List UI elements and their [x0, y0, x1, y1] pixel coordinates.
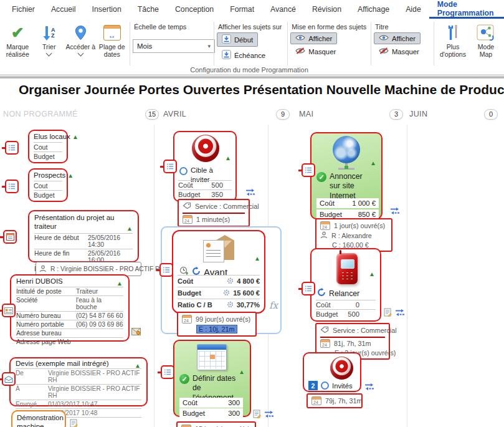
start-icon: [222, 34, 231, 45]
notes-list-icon[interactable]: [5, 180, 19, 193]
formatting-hide-button[interactable]: Masquer: [290, 46, 341, 57]
eye-icon: [295, 34, 305, 42]
notes-list-icon[interactable]: [161, 365, 174, 379]
column-header-non-programme[interactable]: NON PROGRAMMÉ 15: [3, 108, 159, 120]
tab-fichier[interactable]: Fichier: [4, 0, 43, 19]
card-demonstration-machine[interactable]: Démonstration machine: [11, 410, 66, 427]
ribbon: Marque réalisée AZ Trier Accéder à ↔ Pla: [0, 19, 504, 74]
column-header-juin[interactable]: JUIN 0: [409, 108, 498, 120]
expand-up-icon: [72, 133, 78, 140]
annoncer-info-callout: 1 jour(s) ouvré(s) R : Alexandre C : 160…: [315, 218, 392, 252]
column-header-avril[interactable]: AVRIL 9: [163, 108, 290, 120]
column-header-mai[interactable]: MAI 3: [299, 108, 403, 120]
appointment-icon[interactable]: [3, 230, 17, 244]
tab-aide[interactable]: Aide: [397, 0, 429, 19]
card-relancer[interactable]: Relancer Coût0 Budget500: [310, 248, 381, 322]
card-cible-a-inviter[interactable]: Cible à inviter Coût500 Budget350: [173, 131, 237, 202]
workflow-icon[interactable]: [390, 207, 400, 215]
field-value: Virginie BOISSIER - PRO ACTIF RH: [48, 370, 141, 383]
workflow-icon[interactable]: [245, 188, 255, 196]
show-topics-label: Afficher les sujets sur: [218, 23, 283, 31]
notes-list-icon[interactable]: [159, 263, 173, 277]
tab-revision[interactable]: Révision: [304, 0, 349, 19]
mark-done-label: Marque réalisée: [2, 43, 33, 58]
envelope-icon[interactable]: [2, 372, 16, 386]
effort-highlight: E : 10j, 21m: [196, 325, 237, 333]
tab-insertion[interactable]: Insertion: [84, 0, 130, 19]
more-options-button[interactable]: Plus d'options: [437, 21, 469, 58]
mark-done-button[interactable]: Marque réalisée: [2, 21, 33, 58]
tab-conception[interactable]: Conception: [167, 0, 222, 19]
tab-affichage[interactable]: Affichage: [349, 0, 397, 19]
globe-base: [338, 167, 354, 170]
card-title: Démonstration machine: [17, 413, 60, 427]
card-definir-dates[interactable]: Définir dates de l'événement Coût300 Bud…: [173, 340, 251, 417]
notes-list-icon[interactable]: [302, 163, 315, 177]
card-title: Relancer: [329, 289, 359, 298]
card-devis-mail[interactable]: Devis (exemple mail intrégré) DeVirginie…: [9, 357, 148, 406]
tab-avance[interactable]: Avancé: [262, 0, 304, 19]
notes-list-icon[interactable]: [163, 160, 177, 173]
card-title: Invités: [332, 382, 353, 390]
workflow-icon[interactable]: [364, 383, 374, 391]
person-icon: [320, 231, 328, 240]
title-hide-label: Masquer: [392, 48, 419, 55]
note-icon[interactable]: [70, 419, 78, 427]
title-show-label: Afficher: [392, 35, 416, 42]
cost-label: Coût: [178, 181, 193, 189]
card-annoncer-internet[interactable]: Annoncer sur site Internet Coût1 000 € B…: [310, 132, 383, 219]
column-divider: [154, 125, 155, 427]
card-avant[interactable]: Avant Coût4 800 € Budget15 600 € Ratio C…: [172, 230, 265, 314]
field-value: Traiteur: [76, 288, 98, 295]
tools-icon: [446, 22, 460, 43]
cost-label: Coût: [320, 199, 335, 207]
budget-label: Budget: [183, 410, 205, 417]
title-show-button[interactable]: Afficher: [374, 32, 421, 44]
status-circle-icon[interactable]: [179, 167, 188, 175]
card-presentation-traiteur[interactable]: Présentation du projet au traiteur Heure…: [28, 210, 139, 262]
expand-up-icon: [116, 280, 123, 287]
resource-text: R : Virginie BOISSIER - PRO ACTIF RH: [50, 266, 164, 272]
ribbon-group-caption: Configuration du mode Programmation: [62, 66, 436, 74]
timescale-dropdown[interactable]: Mois ▾: [133, 39, 215, 53]
cost-label: Coût: [178, 277, 227, 285]
tab-format[interactable]: Format: [222, 0, 262, 19]
notes-list-icon[interactable]: [302, 282, 315, 295]
card-invites[interactable]: 2 Invités: [303, 352, 361, 392]
start-button[interactable]: Début: [217, 32, 258, 47]
tab-mode-programmation[interactable]: Mode Programmation: [429, 0, 504, 19]
date-range-button[interactable]: ↔ Plage de dates: [97, 21, 128, 58]
due-button[interactable]: Échéance: [217, 48, 270, 62]
title-hide-button[interactable]: Masquer: [374, 46, 424, 57]
sort-button[interactable]: AZ Trier: [34, 21, 65, 58]
note-icon[interactable]: [253, 410, 261, 418]
card-henri-dubois[interactable]: Henri DUBOIS Intitulé de posteTraiteur S…: [10, 274, 130, 342]
done-check-icon[interactable]: [179, 374, 189, 384]
goto-button[interactable]: Accéder à: [65, 21, 96, 58]
tag-text: Service : Commercial: [333, 327, 397, 334]
card-prospects[interactable]: Prospects Cout Budget: [28, 168, 68, 202]
workflow-icon[interactable]: [395, 309, 405, 317]
ribbon-group-more: Plus d'options Mode Map: [434, 19, 504, 74]
mail-attachment-icon[interactable]: [131, 328, 141, 335]
done-check-icon[interactable]: [316, 172, 326, 182]
tab-tache[interactable]: Tâche: [130, 0, 167, 19]
workflow-icon[interactable]: [264, 410, 274, 418]
date-range-label: Plage de dates: [97, 43, 128, 58]
formatting-show-button[interactable]: Afficher: [290, 32, 337, 44]
field-label: À: [16, 385, 48, 392]
contact-card-icon[interactable]: [2, 304, 16, 317]
gear-icon: [227, 301, 234, 309]
mode-map-button[interactable]: Mode Map: [470, 21, 502, 58]
column-count-badge: 0: [484, 109, 498, 120]
target-icon: [330, 357, 353, 380]
card-title: Annoncer sur site Internet: [330, 172, 373, 201]
budget-value: 350: [211, 191, 223, 198]
refresh-icon: [317, 288, 326, 299]
notes-list-icon[interactable]: [5, 141, 19, 155]
tab-accueil[interactable]: Accueil: [43, 0, 84, 19]
note-icon[interactable]: [384, 308, 392, 317]
card-elus-locaux[interactable]: Elus locaux Cout Budget: [28, 130, 68, 163]
status-circle-icon[interactable]: [321, 381, 329, 390]
duration-text: 81j, 7h, 31m: [334, 340, 371, 347]
